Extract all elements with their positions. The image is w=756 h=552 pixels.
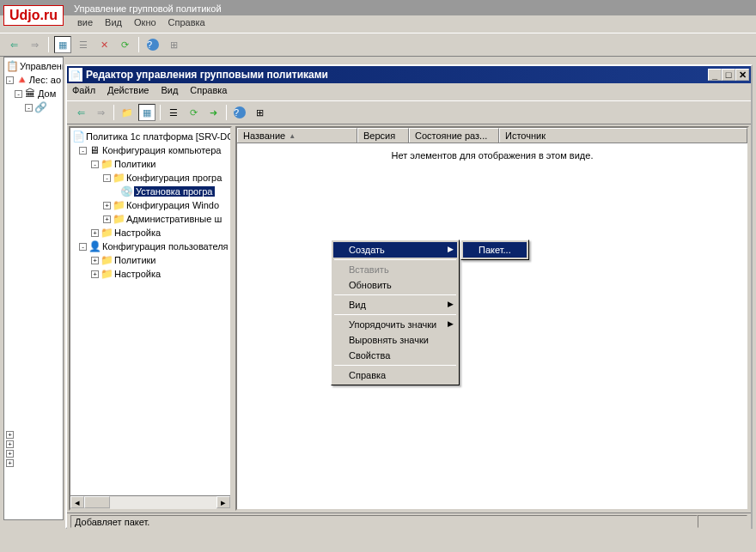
tree-stub[interactable]: + <box>6 458 14 468</box>
cm-view[interactable]: Вид ▶ <box>333 297 457 312</box>
expand-icon[interactable]: + <box>91 257 99 264</box>
collapse-icon[interactable]: - <box>103 174 111 182</box>
cm-arrange[interactable]: Упорядочить значки ▶ <box>333 317 457 332</box>
tree-software-install[interactable]: 💿 Установка програ <box>72 185 229 198</box>
tree-domain[interactable]: - 🏛 Дом <box>6 87 61 100</box>
properties-button[interactable]: ☰ <box>75 36 92 53</box>
tree-settings[interactable]: + 📁 Настройка <box>72 226 229 240</box>
close-button[interactable]: ✕ <box>735 69 749 81</box>
tree-sub[interactable]: - 🔗 <box>6 100 61 114</box>
tree-user-config[interactable]: - 👤 Конфигурация пользователя <box>72 240 229 253</box>
cm-help[interactable]: Справка <box>333 367 457 383</box>
expand-icon[interactable]: + <box>103 215 111 223</box>
cm-align[interactable]: Выровнять значки <box>333 332 457 348</box>
gpmc-icon: 📋 <box>6 60 18 72</box>
tree-forest[interactable]: - 🔺 Лес: ao <box>6 73 61 87</box>
menu-help[interactable]: Справка <box>190 85 227 99</box>
help-button[interactable]: ? <box>231 104 248 121</box>
col-state[interactable]: Состояние раз... <box>409 128 499 143</box>
minimize-icon: _ <box>712 70 717 80</box>
tree-stub[interactable]: + <box>6 430 14 440</box>
tree-admin-templates[interactable]: + 📁 Административные ш <box>72 212 229 226</box>
options-button[interactable]: ⊞ <box>251 104 268 121</box>
forward-button[interactable]: ⇒ <box>92 104 109 121</box>
triangle-right-icon: ▸ <box>221 497 226 508</box>
menu-view[interactable]: Вид <box>161 85 178 99</box>
submenu-arrow-icon: ▶ <box>448 245 454 253</box>
tree-stub[interactable]: + <box>6 449 14 458</box>
expand-icon[interactable]: + <box>6 450 14 458</box>
policy-icon: 📄 <box>72 130 84 143</box>
collapse-icon[interactable]: - <box>6 76 14 84</box>
expand-icon[interactable]: + <box>103 202 111 209</box>
cm-label: Упорядочить значки <box>349 319 436 330</box>
expand-icon[interactable]: + <box>91 270 99 278</box>
tree-user-policies[interactable]: + 📁 Политики <box>72 253 229 267</box>
col-name[interactable]: Название ▲ <box>237 128 357 143</box>
menu-file[interactable]: Файл <box>72 85 95 99</box>
show-tree-button[interactable]: ▦ <box>138 104 155 121</box>
collapse-icon[interactable]: - <box>25 104 33 112</box>
submenu-arrow-icon: ▶ <box>448 319 454 328</box>
expand-icon[interactable]: + <box>6 459 14 467</box>
folder-icon: 📁 <box>113 172 125 184</box>
outer-menu-action[interactable]: вие <box>77 17 93 31</box>
cm-refresh[interactable]: Обновить <box>333 277 457 293</box>
col-source[interactable]: Источник <box>499 128 747 143</box>
options-button[interactable]: ⊞ <box>165 36 182 53</box>
tree-software-config[interactable]: - 📁 Конфигурация програ <box>72 171 229 185</box>
export-button[interactable]: ➜ <box>204 104 222 121</box>
delete-button[interactable]: ✕ <box>95 36 113 53</box>
scroll-right-button[interactable]: ▸ <box>216 496 230 508</box>
cm-properties[interactable]: Свойства <box>333 348 457 363</box>
tree-user-settings[interactable]: + 📁 Настройка <box>72 267 229 281</box>
outer-toolbar: ⇐ ⇒ ▦ ☰ ✕ ⟳ ? ⊞ <box>0 33 756 57</box>
toolbar-separator <box>138 37 139 52</box>
show-tree-button[interactable]: ▦ <box>54 36 71 53</box>
outer-menu-help[interactable]: Справка <box>168 17 205 31</box>
folder-up-icon: 📁 <box>121 107 133 118</box>
tree-policies[interactable]: - 📁 Политики <box>72 157 229 171</box>
collapse-icon[interactable]: - <box>79 243 87 251</box>
expand-icon[interactable]: + <box>6 431 14 439</box>
tree-stub[interactable]: + <box>6 440 14 449</box>
outer-menu-view[interactable]: Вид <box>105 17 122 31</box>
help-button[interactable]: ? <box>144 36 162 53</box>
tree-windows-config[interactable]: + 📁 Конфигурация Windo <box>72 198 229 212</box>
refresh-button[interactable]: ⟳ <box>185 104 202 121</box>
help-icon: ? <box>234 106 246 118</box>
back-button[interactable]: ⇐ <box>5 36 22 53</box>
scroll-thumb[interactable] <box>84 496 110 508</box>
tree-icon: ▦ <box>58 39 67 51</box>
menu-action[interactable]: Действие <box>107 85 149 99</box>
outer-menu-window[interactable]: Окно <box>134 17 156 31</box>
list-empty-text: Нет элементов для отображения в этом вид… <box>237 143 747 167</box>
maximize-button[interactable]: □ <box>722 69 735 81</box>
cm-package[interactable]: Пакет... <box>463 242 527 258</box>
cm-create[interactable]: Создать ▶ <box>333 242 457 258</box>
scroll-track[interactable] <box>110 496 216 509</box>
folder-icon: 📁 <box>113 213 125 225</box>
status-grip <box>698 515 747 528</box>
tree-root[interactable]: 📋 Управление <box>6 59 61 73</box>
list-header: Название ▲ Версия Состояние раз... Источ… <box>237 128 747 143</box>
scroll-left-button[interactable]: ◂ <box>70 496 84 508</box>
col-version[interactable]: Версия <box>357 128 409 143</box>
up-button[interactable]: 📁 <box>119 104 136 121</box>
refresh-button[interactable]: ⟳ <box>116 36 133 53</box>
inner-title-bar[interactable]: 📄 Редактор управления групповыми политик… <box>67 66 751 83</box>
cm-separator <box>334 314 456 315</box>
collapse-icon[interactable]: - <box>91 161 99 168</box>
properties-button[interactable]: ☰ <box>165 104 182 121</box>
expand-icon[interactable]: + <box>91 229 99 237</box>
expand-icon[interactable]: + <box>6 440 14 448</box>
collapse-icon[interactable]: - <box>79 147 87 155</box>
collapse-icon[interactable]: - <box>15 90 22 98</box>
forward-button[interactable]: ⇒ <box>26 36 43 53</box>
tree-policy-root[interactable]: 📄 Политика 1с платформа [SRV-DC <box>72 130 229 143</box>
minimize-button[interactable]: _ <box>708 69 722 81</box>
tree-computer-config[interactable]: - 🖥 Конфигурация компьютера <box>72 143 229 157</box>
back-button[interactable]: ⇐ <box>72 104 89 121</box>
cm-label: Свойства <box>349 350 390 361</box>
tree-hscroll[interactable]: ◂ ▸ <box>70 495 230 509</box>
